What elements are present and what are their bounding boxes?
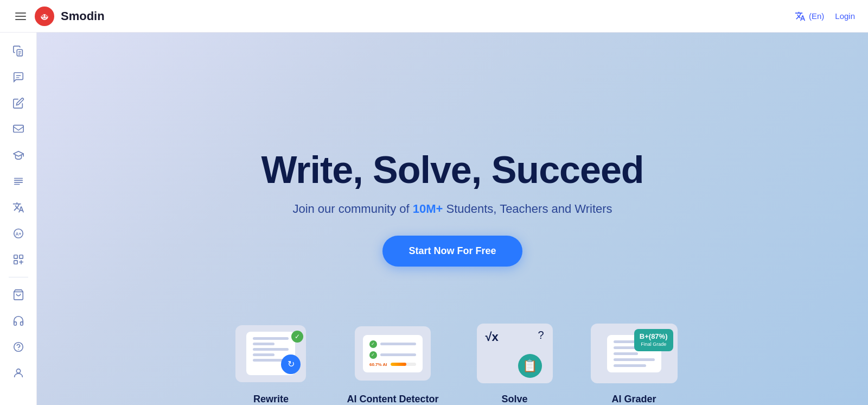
grader-illustration: B+(87%) Final Grade bbox=[591, 321, 678, 386]
ai-pct-label: 60.7% AI bbox=[369, 362, 387, 367]
grader-label: AI Grader bbox=[611, 394, 656, 405]
features-section: ↻ ✓ Rewrite ✓ bbox=[37, 321, 868, 405]
svg-point-4 bbox=[42, 15, 43, 16]
grader-line-3 bbox=[614, 352, 639, 355]
solve-background: √x ? 📋 bbox=[477, 324, 553, 383]
detector-background: ✓ ✓ 60.7% AI bbox=[355, 326, 431, 381]
translate-sidebar-icon bbox=[12, 201, 24, 213]
svg-rect-10 bbox=[13, 125, 23, 132]
detector-bar-fill bbox=[391, 363, 406, 366]
svg-point-23 bbox=[16, 369, 20, 373]
grader-background: B+(87%) Final Grade bbox=[591, 324, 678, 383]
pencil-icon bbox=[12, 97, 24, 109]
solve-question-symbol: ? bbox=[538, 329, 544, 341]
hero-subtitle-prefix: Join our community of bbox=[292, 202, 412, 216]
logo-icon bbox=[35, 7, 54, 26]
solve-math-symbol: √x bbox=[486, 330, 499, 344]
language-button[interactable]: (En) bbox=[795, 11, 824, 22]
header-right: (En) Login bbox=[795, 11, 855, 22]
svg-point-22 bbox=[18, 349, 18, 350]
sidebar-item-help[interactable] bbox=[5, 335, 31, 359]
feature-ai-detector: ✓ ✓ 60.7% AI bbox=[347, 321, 438, 405]
doc-line-3 bbox=[253, 348, 289, 351]
detector-card: ✓ ✓ 60.7% AI bbox=[363, 335, 423, 372]
header-left: Smodin bbox=[13, 7, 105, 26]
main-layout: A+ bbox=[0, 33, 868, 405]
login-button[interactable]: Login bbox=[835, 11, 855, 21]
rewrite-check-icon: ✓ bbox=[291, 331, 303, 343]
sidebar-item-grade[interactable]: A+ bbox=[5, 222, 31, 245]
detector-bar-row: 60.7% AI bbox=[369, 362, 416, 367]
sidebar-item-apps[interactable] bbox=[5, 248, 31, 271]
cart-icon bbox=[12, 289, 24, 301]
grader-badge: B+(87%) Final Grade bbox=[634, 329, 673, 351]
det-line-1 bbox=[380, 343, 416, 345]
sidebar-item-feedback[interactable] bbox=[5, 65, 31, 89]
solve-clipboard-icon: 📋 bbox=[518, 354, 542, 378]
grade-icon: A+ bbox=[12, 227, 24, 239]
rewrite-refresh-icon: ↻ bbox=[281, 355, 301, 374]
svg-rect-18 bbox=[19, 255, 22, 258]
grader-grade: B+(87%) bbox=[640, 332, 668, 341]
main-content: Write, Solve, Succeed Join our community… bbox=[37, 33, 868, 405]
det-check-1: ✓ bbox=[369, 340, 377, 348]
feature-solve: √x ? 📋 Solve bbox=[471, 321, 558, 405]
user-icon bbox=[12, 367, 24, 379]
doc-line-2 bbox=[253, 343, 275, 345]
translate-icon bbox=[795, 11, 806, 22]
svg-rect-19 bbox=[14, 261, 17, 264]
hero-subtitle: Join our community of 10M+ Students, Tea… bbox=[292, 202, 612, 216]
cta-button[interactable]: Start Now For Free bbox=[382, 236, 522, 267]
detector-illustration: ✓ ✓ 60.7% AI bbox=[349, 321, 436, 386]
header: Smodin (En) Login bbox=[0, 0, 868, 33]
message-icon bbox=[12, 123, 24, 135]
sidebar-divider bbox=[9, 277, 28, 277]
sidebar-item-user[interactable] bbox=[5, 361, 31, 385]
rewrite-illustration: ↻ ✓ bbox=[227, 321, 314, 386]
hero-subtitle-suffix: Students, Teachers and Writers bbox=[443, 202, 612, 216]
hero-section: Write, Solve, Succeed Join our community… bbox=[261, 149, 643, 267]
sidebar-item-copy[interactable] bbox=[5, 39, 31, 63]
graduation-icon bbox=[12, 149, 24, 161]
sidebar-item-support[interactable] bbox=[5, 309, 31, 333]
detector-bar-bg bbox=[391, 363, 416, 366]
doc-line-4 bbox=[253, 353, 275, 356]
detector-row-2: ✓ bbox=[369, 351, 416, 359]
rewrite-label: Rewrite bbox=[253, 394, 289, 405]
logo-text: Smodin bbox=[61, 9, 105, 23]
detector-row-1: ✓ bbox=[369, 340, 416, 348]
sidebar-item-write[interactable] bbox=[5, 91, 31, 115]
sidebar-item-message[interactable] bbox=[5, 117, 31, 141]
sidebar-item-cart[interactable] bbox=[5, 283, 31, 307]
svg-point-21 bbox=[14, 343, 23, 352]
solve-label: Solve bbox=[501, 394, 527, 405]
grader-line-4 bbox=[614, 358, 655, 361]
sidebar-item-graduation[interactable] bbox=[5, 143, 31, 167]
detector-label: AI Content Detector bbox=[347, 394, 438, 405]
help-icon bbox=[12, 341, 24, 353]
list-icon bbox=[12, 175, 24, 187]
det-line-2 bbox=[380, 353, 416, 356]
hamburger-menu-button[interactable] bbox=[13, 10, 28, 22]
feedback-icon bbox=[12, 71, 24, 83]
doc-line-1 bbox=[253, 337, 289, 340]
feature-ai-grader: B+(87%) Final Grade AI Grader bbox=[591, 321, 678, 405]
svg-rect-17 bbox=[14, 255, 17, 258]
support-icon bbox=[12, 315, 24, 327]
hero-title: Write, Solve, Succeed bbox=[261, 149, 643, 191]
grader-grade-sub: Final Grade bbox=[640, 341, 668, 348]
svg-text:A+: A+ bbox=[15, 232, 21, 237]
svg-point-5 bbox=[46, 15, 47, 16]
rewrite-background: ↻ ✓ bbox=[235, 325, 306, 382]
grader-line-5 bbox=[614, 364, 647, 367]
lang-label: (En) bbox=[809, 11, 824, 21]
apps-icon bbox=[12, 254, 24, 265]
sidebar: A+ bbox=[0, 33, 37, 405]
hero-highlight: 10M+ bbox=[413, 202, 443, 216]
feature-rewrite: ↻ ✓ Rewrite bbox=[227, 321, 314, 405]
sidebar-item-list[interactable] bbox=[5, 169, 31, 193]
solve-illustration: √x ? 📋 bbox=[471, 321, 558, 386]
det-check-2: ✓ bbox=[369, 351, 377, 359]
copy-icon bbox=[12, 45, 24, 57]
sidebar-item-translate[interactable] bbox=[5, 195, 31, 219]
